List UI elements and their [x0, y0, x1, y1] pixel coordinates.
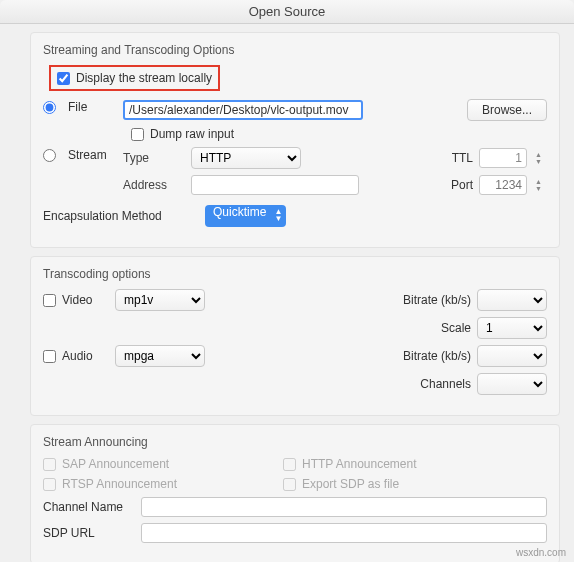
ttl-stepper[interactable]: ▲▼	[535, 151, 547, 165]
window-title: Open Source	[0, 0, 574, 24]
channels-label: Channels	[420, 377, 471, 391]
http-row: HTTP Announcement	[283, 457, 417, 471]
transcoding-section-title: Transcoding options	[43, 267, 547, 281]
sap-label: SAP Announcement	[62, 457, 169, 471]
channel-name-input[interactable]	[141, 497, 547, 517]
file-path-input[interactable]	[123, 100, 363, 120]
announcing-panel: Stream Announcing SAP Announcement HTTP …	[30, 424, 560, 562]
export-label: Export SDP as file	[302, 477, 399, 491]
stream-radio[interactable]	[43, 149, 56, 162]
sdp-url-label: SDP URL	[43, 526, 133, 540]
port-stepper[interactable]: ▲▼	[535, 178, 547, 192]
port-label: Port	[451, 178, 473, 192]
dump-raw-label: Dump raw input	[150, 127, 234, 141]
video-checkbox[interactable]	[43, 294, 56, 307]
file-radio-row[interactable]: File	[43, 100, 115, 114]
display-locally-checkbox[interactable]	[57, 72, 70, 85]
display-locally-row[interactable]: Display the stream locally	[57, 71, 212, 85]
audio-bitrate-select[interactable]	[477, 345, 547, 367]
browse-button[interactable]: Browse...	[467, 99, 547, 121]
port-input[interactable]	[479, 175, 527, 195]
address-label: Address	[123, 178, 183, 192]
video-bitrate-label: Bitrate (kb/s)	[403, 293, 471, 307]
sap-row: SAP Announcement	[43, 457, 243, 471]
audio-label: Audio	[62, 349, 93, 363]
channels-select[interactable]	[477, 373, 547, 395]
http-checkbox	[283, 458, 296, 471]
file-radio[interactable]	[43, 101, 56, 114]
scale-select[interactable]: 1	[477, 317, 547, 339]
type-select[interactable]: HTTP	[191, 147, 301, 169]
export-checkbox	[283, 478, 296, 491]
video-codec-select[interactable]: mp1v	[115, 289, 205, 311]
audio-checkbox[interactable]	[43, 350, 56, 363]
stream-radio-row[interactable]: Stream	[43, 148, 115, 162]
display-locally-label: Display the stream locally	[76, 71, 212, 85]
sap-checkbox	[43, 458, 56, 471]
dump-raw-row[interactable]: Dump raw input	[131, 127, 234, 141]
encap-value: Quicktime	[213, 205, 266, 219]
video-label: Video	[62, 293, 92, 307]
encap-select[interactable]: Quicktime ▲▼	[205, 205, 286, 227]
address-input[interactable]	[191, 175, 359, 195]
watermark: wsxdn.com	[516, 547, 566, 558]
dump-raw-checkbox[interactable]	[131, 128, 144, 141]
display-locally-highlight: Display the stream locally	[49, 65, 220, 91]
channel-name-label: Channel Name	[43, 500, 133, 514]
video-bitrate-select[interactable]	[477, 289, 547, 311]
transcoding-panel: Transcoding options Video mp1v Bitrate (…	[30, 256, 560, 416]
ttl-label: TTL	[452, 151, 473, 165]
updown-icon: ▲▼	[274, 208, 282, 222]
sdp-url-input[interactable]	[141, 523, 547, 543]
stream-label: Stream	[68, 148, 107, 162]
announcing-section-title: Stream Announcing	[43, 435, 547, 449]
http-label: HTTP Announcement	[302, 457, 417, 471]
audio-row[interactable]: Audio	[43, 349, 115, 363]
export-row: Export SDP as file	[283, 477, 399, 491]
file-label: File	[68, 100, 87, 114]
audio-codec-select[interactable]: mpga	[115, 345, 205, 367]
type-label: Type	[123, 151, 183, 165]
rtsp-row: RTSP Announcement	[43, 477, 243, 491]
rtsp-checkbox	[43, 478, 56, 491]
streaming-panel: Streaming and Transcoding Options Displa…	[30, 32, 560, 248]
ttl-input[interactable]	[479, 148, 527, 168]
streaming-section-title: Streaming and Transcoding Options	[43, 43, 547, 57]
scale-label: Scale	[441, 321, 471, 335]
encap-label: Encapsulation Method	[43, 209, 193, 223]
audio-bitrate-label: Bitrate (kb/s)	[403, 349, 471, 363]
rtsp-label: RTSP Announcement	[62, 477, 177, 491]
video-row[interactable]: Video	[43, 293, 115, 307]
